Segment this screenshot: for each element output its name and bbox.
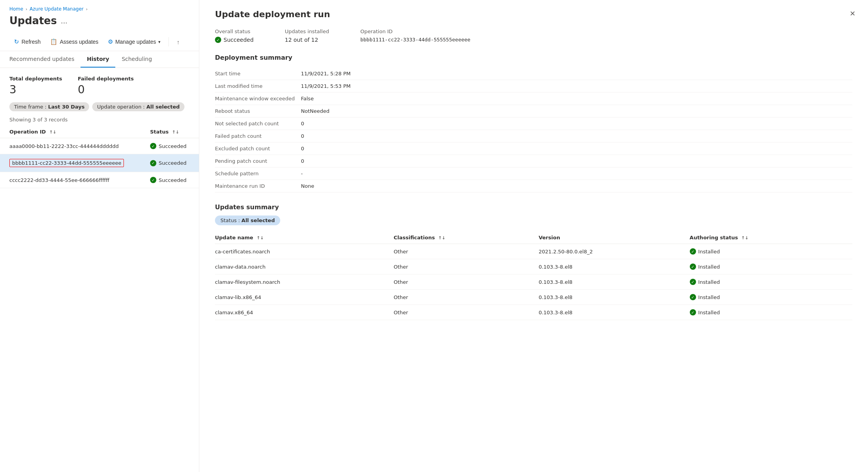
- update-name-cell: clamav-data.noarch: [215, 259, 394, 274]
- panel-close-button[interactable]: ✕: [848, 8, 857, 20]
- succeeded-icon: [150, 143, 156, 149]
- updates-table-row[interactable]: ca-certificates.noarchOther2021.2.50-80.…: [215, 244, 852, 259]
- updates-table-row[interactable]: clamav-lib.x86_64Other0.103.3-8.el8Insta…: [215, 290, 852, 305]
- selected-operation-id: bbbb1111-cc22-3333-44dd-555555eeeeee: [9, 159, 124, 167]
- records-count: Showing 3 of 3 records: [0, 115, 199, 126]
- tabs: Recommended updates History Scheduling: [0, 51, 199, 68]
- updates-table-row[interactable]: clamav-filesystem.noarchOther0.103.3-8.e…: [215, 274, 852, 290]
- assess-icon: 📋: [50, 38, 57, 45]
- authoring-status-cell: Installed: [690, 274, 852, 290]
- history-table-container: Operation ID ↑↓ Status ↑↓ aaaa0000-bb11-…: [0, 126, 199, 188]
- authoring-status-cell: Installed: [690, 244, 852, 259]
- assess-label: Assess updates: [60, 39, 98, 45]
- sort-operation-id-icon: ↑↓: [49, 130, 56, 135]
- status-cell: Succeeded: [141, 154, 199, 172]
- updates-table-header: Update name ↑↓ Classifications ↑↓ Versio…: [215, 232, 852, 244]
- failed-deployments-block: Failed deployments 0: [78, 76, 134, 96]
- detail-value: 0: [301, 142, 852, 155]
- authoring-status-text: Installed: [698, 264, 720, 270]
- timeframe-filter-value: Last 30 Days: [48, 104, 85, 110]
- assess-updates-button[interactable]: 📋 Assess updates: [45, 36, 103, 48]
- classification-cell: Other: [394, 274, 539, 290]
- detail-value: 0: [301, 155, 852, 167]
- total-deployments-label: Total deployments: [9, 76, 62, 82]
- upload-button[interactable]: ↑: [172, 36, 184, 48]
- status-filter-pill[interactable]: Status : All selected: [215, 216, 280, 225]
- timeframe-filter[interactable]: Time frame : Last 30 Days: [9, 102, 89, 111]
- detail-label: Reboot status: [215, 105, 301, 118]
- col-authoring-status[interactable]: Authoring status ↑↓: [690, 232, 852, 244]
- refresh-label: Refresh: [21, 39, 41, 45]
- updates-installed-block: Updates installed 12 out of 12: [285, 28, 329, 43]
- breadcrumb-sep1: ›: [25, 7, 27, 12]
- classification-cell: Other: [394, 290, 539, 305]
- right-panel: ✕ Update deployment run Overall status S…: [199, 0, 868, 472]
- breadcrumb-sep2: ›: [86, 7, 88, 12]
- installed-icon: [690, 264, 696, 270]
- updates-table-row[interactable]: clamav.x86_64Other0.103.3-8.el8Installed: [215, 305, 852, 320]
- timeframe-filter-sep: :: [45, 104, 47, 110]
- tab-recommended[interactable]: Recommended updates: [9, 51, 81, 68]
- authoring-status-cell: Installed: [690, 259, 852, 274]
- detail-value: NotNeeded: [301, 105, 852, 118]
- col-classifications[interactable]: Classifications ↑↓: [394, 232, 539, 244]
- updates-installed-label: Updates installed: [285, 28, 329, 34]
- detail-value: 0: [301, 130, 852, 142]
- updates-summary-title: Updates summary: [215, 203, 852, 211]
- classification-cell: Other: [394, 305, 539, 320]
- overall-status-row: Overall status Succeeded Updates install…: [215, 28, 852, 43]
- classification-cell: Other: [394, 244, 539, 259]
- col-operation-id[interactable]: Operation ID ↑↓: [0, 126, 141, 138]
- version-cell: 0.103.3-8.el8: [539, 290, 689, 305]
- detail-label: Excluded patch count: [215, 142, 301, 155]
- detail-label: Not selected patch count: [215, 118, 301, 130]
- overall-status-icon: [215, 37, 221, 43]
- succeeded-icon: [150, 177, 156, 183]
- operation-filter-value: All selected: [146, 104, 179, 110]
- operation-id-cell: aaaa0000-bb11-2222-33cc-444444dddddd: [0, 138, 141, 154]
- operation-filter[interactable]: Update operation : All selected: [92, 102, 184, 111]
- stats-row: Total deployments 3 Failed deployments 0: [0, 68, 199, 102]
- detail-value: 0: [301, 118, 852, 130]
- sort-update-name-icon: ↑↓: [256, 235, 263, 240]
- updates-installed-value: 12 out of 12: [285, 37, 329, 43]
- version-cell: 0.103.3-8.el8: [539, 274, 689, 290]
- table-row[interactable]: aaaa0000-bb11-2222-33cc-444444ddddddSucc…: [0, 138, 199, 154]
- authoring-status-text: Installed: [698, 249, 720, 255]
- tab-scheduling[interactable]: Scheduling: [115, 51, 158, 68]
- detail-label: Failed patch count: [215, 130, 301, 142]
- refresh-icon: ↻: [14, 38, 19, 45]
- breadcrumb-home[interactable]: Home: [9, 6, 23, 12]
- filters-row: Time frame : Last 30 Days Update operati…: [0, 102, 199, 115]
- overall-status-label: Overall status: [215, 28, 254, 34]
- more-options-icon[interactable]: ...: [61, 17, 67, 25]
- detail-value: False: [301, 93, 852, 105]
- failed-deployments-label: Failed deployments: [78, 76, 134, 82]
- operation-id-block: Operation ID bbbb1111-cc22-3333-44dd-555…: [360, 28, 471, 43]
- updates-table-row[interactable]: clamav-data.noarchOther0.103.3-8.el8Inst…: [215, 259, 852, 274]
- manage-updates-button[interactable]: ⚙ Manage updates ▾: [103, 36, 165, 48]
- col-status[interactable]: Status ↑↓: [141, 126, 199, 138]
- table-row[interactable]: bbbb1111-cc22-3333-44dd-555555eeeeeeSucc…: [0, 154, 199, 172]
- installed-icon: [690, 309, 696, 315]
- deployment-summary-title: Deployment summary: [215, 54, 852, 61]
- page-title-row: Updates ...: [0, 13, 199, 33]
- tab-history[interactable]: History: [81, 51, 115, 68]
- table-row[interactable]: cccc2222-dd33-4444-55ee-666666ffffffSucc…: [0, 172, 199, 188]
- installed-icon: [690, 248, 696, 255]
- operation-id-value: bbbb1111-cc22-3333-44dd-555555eeeeee: [360, 37, 471, 43]
- left-panel: Home › Azure Update Manager › Updates ..…: [0, 0, 199, 472]
- breadcrumb-manager[interactable]: Azure Update Manager: [30, 6, 84, 12]
- col-version[interactable]: Version: [539, 232, 689, 244]
- installed-icon: [690, 294, 696, 300]
- version-cell: 0.103.3-8.el8: [539, 305, 689, 320]
- status-cell: Succeeded: [141, 172, 199, 188]
- col-update-name[interactable]: Update name ↑↓: [215, 232, 394, 244]
- chevron-down-icon: ▾: [158, 39, 161, 45]
- update-name-cell: ca-certificates.noarch: [215, 244, 394, 259]
- sort-authoring-icon: ↑↓: [741, 235, 748, 240]
- classification-cell: Other: [394, 259, 539, 274]
- version-cell: 2021.2.50-80.0.el8_2: [539, 244, 689, 259]
- refresh-button[interactable]: ↻ Refresh: [9, 36, 45, 48]
- status-text: Succeeded: [159, 177, 186, 183]
